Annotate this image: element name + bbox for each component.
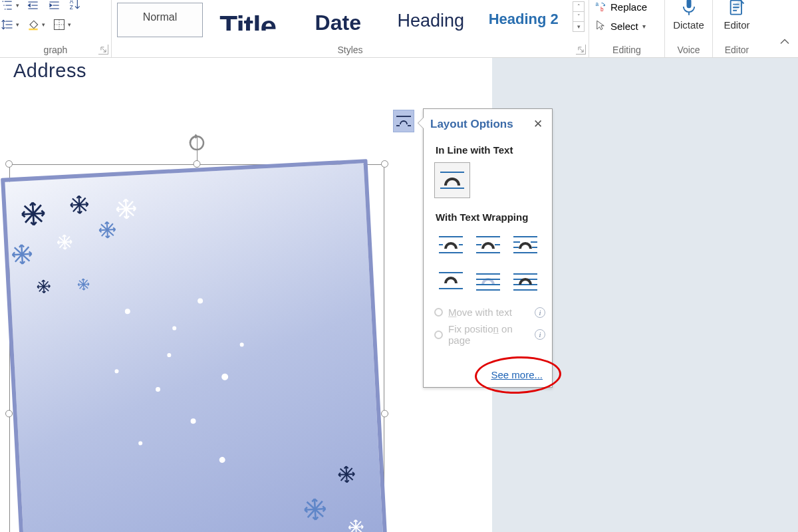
inline-section-label: In Line with Text	[436, 144, 545, 156]
style-title[interactable]: Title	[203, 3, 293, 37]
style-gallery-scrollbar[interactable]: ˄ ˅ ▾	[573, 1, 585, 32]
wrap-front[interactable]	[509, 265, 542, 296]
select-button[interactable]: Select ▾	[595, 19, 647, 33]
ribbon-group-label: graph	[0, 45, 111, 55]
wrap-square[interactable]	[434, 229, 467, 260]
radio-icon	[434, 308, 443, 317]
resize-handle-e[interactable]	[381, 410, 388, 418]
list-icon	[0, 0, 15, 13]
move-with-text-radio: Move with text i	[434, 307, 545, 318]
sort-button[interactable]: AZ	[68, 0, 82, 13]
style-label: Title	[219, 12, 276, 31]
resize-handle-ne[interactable]	[381, 160, 388, 168]
style-heading2[interactable]: Heading 2	[478, 3, 569, 37]
resize-handle-n[interactable]	[194, 160, 201, 168]
fix-position-radio: Fix position on page i	[434, 323, 545, 346]
layout-options-toggle[interactable]	[393, 110, 414, 132]
indent-left-icon	[26, 0, 41, 13]
microphone-icon[interactable]	[680, 0, 698, 18]
editor-icon[interactable]	[728, 0, 746, 18]
ribbon-group-editor: Editor Editor	[713, 0, 761, 57]
increase-indent-button[interactable]	[47, 0, 62, 13]
selected-image[interactable]	[9, 164, 384, 532]
style-heading[interactable]: Heading	[383, 3, 478, 37]
ribbon-group-label: Voice	[665, 45, 712, 55]
svg-rect-25	[686, 0, 691, 8]
layout-options-flyout: Layout Options ✕ In Line with Text With …	[423, 108, 553, 388]
wrap-tight[interactable]	[471, 229, 505, 260]
ribbon-group-voice: Dictate Voice	[665, 0, 713, 57]
decrease-indent-button[interactable]	[26, 0, 41, 13]
dictate-label[interactable]: Dictate	[673, 19, 704, 31]
styles-dialog-launcher[interactable]	[576, 45, 586, 55]
chevron-up-icon[interactable]: ˄	[573, 2, 584, 12]
replace-button[interactable]: ab Replace	[595, 0, 647, 14]
ribbon-group-label: Styles	[112, 45, 589, 55]
winter-image	[1, 159, 393, 532]
snowflakes-bottom	[273, 452, 393, 532]
style-label: Heading 2	[489, 12, 559, 31]
flyout-pointer	[418, 117, 424, 129]
wrap-behind[interactable]	[471, 265, 505, 296]
resize-handle-w[interactable]	[5, 410, 13, 418]
shading-button[interactable]: ▾	[26, 17, 45, 32]
line-spacing-button[interactable]: ▾	[0, 17, 19, 32]
replace-label: Replace	[610, 1, 647, 13]
style-label: Date	[315, 12, 361, 31]
indent-right-icon	[47, 0, 62, 13]
rotation-handle[interactable]	[187, 133, 207, 156]
collapse-ribbon-button[interactable]	[778, 36, 791, 49]
wrap-through[interactable]	[509, 229, 542, 260]
line-spacing-icon	[0, 17, 15, 32]
ribbon: ▾ AZ ▾	[0, 0, 798, 58]
style-normal[interactable]: Normal	[117, 3, 203, 37]
wrap-inline[interactable]	[434, 162, 470, 198]
see-more-link[interactable]: See more...	[491, 369, 543, 380]
radio-icon	[434, 331, 443, 339]
style-label: Normal	[143, 12, 178, 31]
flyout-title: Layout Options	[430, 118, 513, 131]
paragraph-dialog-launcher[interactable]	[98, 45, 108, 55]
snowflakes-top	[1, 181, 166, 335]
info-icon[interactable]: i	[535, 307, 545, 318]
select-label: Select	[610, 21, 638, 32]
editor-label[interactable]: Editor	[724, 19, 749, 31]
replace-icon: ab	[595, 0, 606, 14]
style-label: Heading	[397, 12, 464, 31]
ribbon-group-styles: Normal Title Date Heading Heading 2 ˄ ˅ …	[112, 0, 589, 57]
close-button[interactable]: ✕	[531, 117, 545, 131]
paint-bucket-icon	[26, 17, 41, 32]
address-heading: Address	[13, 60, 86, 82]
svg-text:Z: Z	[70, 4, 73, 11]
ribbon-group-label: Editor	[713, 45, 761, 55]
chevron-down-icon[interactable]: ˅	[573, 12, 584, 22]
ribbon-group-paragraph: ▾ AZ ▾	[0, 0, 112, 57]
resize-handle-nw[interactable]	[5, 160, 13, 168]
wrap-section-label: With Text Wrapping	[436, 211, 545, 223]
more-styles-icon[interactable]: ▾	[573, 22, 584, 31]
ribbon-group-editing: ab Replace Select ▾ Editing	[589, 0, 665, 57]
wrap-top-bottom[interactable]	[434, 265, 467, 296]
svg-text:b: b	[600, 7, 604, 13]
style-gallery[interactable]: Normal Title Date Heading Heading 2	[117, 0, 569, 37]
svg-text:a: a	[596, 1, 599, 7]
multilevel-list-button[interactable]: ▾	[0, 0, 19, 13]
info-icon[interactable]: i	[535, 329, 545, 340]
borders-button[interactable]: ▾	[52, 17, 71, 32]
ribbon-group-label: Editing	[589, 45, 664, 55]
borders-icon	[52, 17, 66, 32]
cursor-icon	[595, 19, 606, 33]
style-date[interactable]: Date	[293, 3, 383, 37]
svg-rect-19	[29, 29, 37, 31]
